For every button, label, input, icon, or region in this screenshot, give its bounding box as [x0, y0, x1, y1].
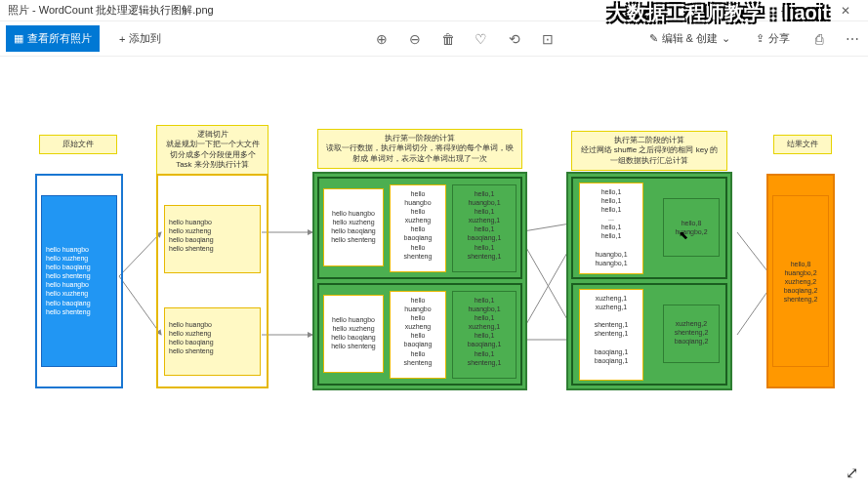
map2-output: hello,1 huangbo,1 hello,1 xuzheng,1 hell…	[452, 291, 517, 379]
view-all-label: 查看所有照片	[27, 31, 92, 46]
map1-mid: hello huangbo hello xuzheng hello baoqia…	[390, 184, 446, 272]
reduce2-input: xuzheng,1 xuzheng,1 shenteng,1 shenteng,…	[579, 289, 643, 381]
note-stage2: 执行第二阶段的计算 经过网络 shuffle 之后得到的相同 key 的一组数据…	[571, 131, 727, 171]
pencil-icon: ✎	[649, 32, 658, 45]
diagram-canvas: 原始文件 逻辑切片 就是规划一下把一个大文件切分成多个分段使用多个 Task 来…	[0, 57, 868, 468]
stage-reduce: hello,1 hello,1 hello,1 ... hello,1 hell…	[566, 172, 732, 390]
result-block: hello,8 huangbo,2 xuzheng,2 baoqiang,2 s…	[772, 195, 829, 367]
stage-result: hello,8 huangbo,2 xuzheng,2 baoqiang,2 s…	[766, 174, 835, 388]
stage-map: hello huangbo hello xuzheng hello baoqia…	[312, 172, 527, 390]
reduce-task-2: xuzheng,1 xuzheng,1 shenteng,1 shenteng,…	[571, 283, 727, 386]
note-logic-split: 逻辑切片 就是规划一下把一个大文件切分成多个分段使用多个 Task 来分别执行计…	[156, 125, 269, 176]
split-block-2: hello huangbo hello xuzheng hello baoqia…	[164, 307, 261, 376]
input-file-block: hello huangbo hello xuzheng hello baoqia…	[41, 195, 117, 367]
svg-line-1	[119, 232, 161, 276]
map1-output: hello,1 huangbo,1 hello,1 xuzheng,1 hell…	[452, 184, 517, 272]
more-icon[interactable]: ⋯	[843, 31, 862, 47]
video-overlay-text: 大数据工程师教学：liaoit	[607, 0, 829, 26]
edit-create-button[interactable]: ✎ 编辑 & 创建 ⌄	[643, 27, 736, 50]
reduce1-input: hello,1 hello,1 hello,1 ... hello,1 hell…	[579, 183, 643, 274]
close-button[interactable]: ✕	[831, 4, 860, 18]
mouse-cursor: ⬉	[679, 228, 688, 242]
note-stage1: 执行第一阶段的计算 读取一行数据，执行单词切分，将得到的每个单词，映射成 单词对…	[317, 129, 522, 169]
reduce2-output: xuzheng,2 shenteng,2 baoqiang,2	[663, 305, 720, 363]
heart-icon[interactable]: ♡	[472, 31, 491, 47]
toolbar: ▦ 查看所有照片 + 添加到 ⊕ ⊖ 🗑 ♡ ⟲ ⊡ ✎ 编辑 & 创建 ⌄ ⇪…	[0, 21, 868, 57]
note-original-file: 原始文件	[39, 135, 117, 154]
map-task-2: hello huangbo hello xuzheng hello baoqia…	[317, 283, 522, 386]
share-label: 分享	[768, 31, 790, 46]
reduce-task-1: hello,1 hello,1 hello,1 ... hello,1 hell…	[571, 177, 727, 279]
add-to-label: 添加到	[129, 31, 161, 46]
share-button[interactable]: ⇪ 分享	[750, 27, 796, 50]
stage-input: hello huangbo hello xuzheng hello baoqia…	[35, 174, 123, 388]
rotate-icon[interactable]: ⟲	[505, 31, 524, 47]
map-task-1: hello huangbo hello xuzheng hello baoqia…	[317, 177, 522, 279]
split-block-1: hello huangbo hello xuzheng hello baoqia…	[164, 205, 261, 273]
map1-input: hello huangbo hello xuzheng hello baoqia…	[323, 188, 384, 266]
print-icon[interactable]: ⎙	[809, 31, 829, 47]
zoom-out-icon[interactable]: ⊖	[405, 31, 425, 47]
zoom-in-icon[interactable]: ⊕	[372, 31, 392, 47]
svg-line-2	[119, 276, 161, 335]
add-to-button[interactable]: + 添加到	[113, 27, 167, 50]
stage-split: hello huangbo hello xuzheng hello baoqia…	[156, 174, 269, 388]
view-all-photos-button[interactable]: ▦ 查看所有照片	[6, 25, 100, 52]
reduce1-output: hello,8 huangbo,2	[663, 198, 720, 257]
grid-icon: ▦	[14, 32, 23, 45]
crop-icon[interactable]: ⊡	[538, 31, 558, 47]
window-title: 照片 - WordCount 批处理逻辑执行图解.png	[8, 3, 214, 18]
share-icon: ⇪	[756, 32, 765, 45]
plus-icon: +	[119, 33, 125, 45]
note-result-file: 结果文件	[773, 135, 832, 154]
delete-icon[interactable]: 🗑	[438, 31, 458, 47]
map2-input: hello huangbo hello xuzheng hello baoqia…	[323, 295, 384, 373]
chevron-down-icon: ⌄	[722, 32, 730, 45]
edit-label: 编辑 & 创建	[662, 31, 718, 46]
expand-icon[interactable]: ⤢	[846, 464, 858, 482]
map2-mid: hello huangbo hello xuzheng hello baoqia…	[390, 291, 446, 379]
